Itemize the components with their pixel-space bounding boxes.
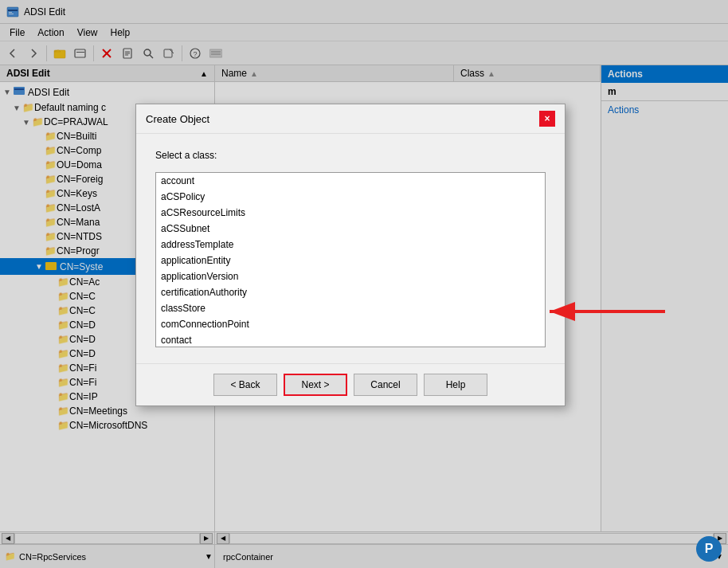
watermark: P xyxy=(696,536,722,562)
dialog-footer: < Back Next > Cancel Help xyxy=(136,363,565,405)
class-item-acsresourcelimits[interactable]: aCSResourceLimits xyxy=(156,205,545,221)
dialog-body: Select a class: account aCSPolicy aCSRes… xyxy=(136,134,565,363)
class-list[interactable]: account aCSPolicy aCSResourceLimits aCSS… xyxy=(155,172,546,347)
dialog-title-label: Create Object xyxy=(146,113,209,125)
class-item-contact[interactable]: contact xyxy=(156,332,545,347)
class-item-acspolicy[interactable]: aCSPolicy xyxy=(156,189,545,205)
dialog-instruction: Select a class: xyxy=(155,150,546,161)
class-list-container: account aCSPolicy aCSResourceLimits aCSS… xyxy=(155,172,546,347)
class-item-addresstemplate[interactable]: addressTemplate xyxy=(156,237,545,253)
watermark-letter: P xyxy=(705,542,714,556)
back-button-dialog[interactable]: < Back xyxy=(213,374,277,396)
cancel-button-dialog[interactable]: Cancel xyxy=(354,374,417,396)
class-item-applicationentity[interactable]: applicationEntity xyxy=(156,253,545,268)
class-item-certificationauthority[interactable]: certificationAuthority xyxy=(156,284,545,300)
red-arrow-annotation xyxy=(542,296,669,343)
class-item-applicationversion[interactable]: applicationVersion xyxy=(156,268,545,284)
help-button-dialog[interactable]: Help xyxy=(424,374,487,396)
class-item-acssubnet[interactable]: aCSSubnet xyxy=(156,221,545,237)
class-item-classstore[interactable]: classStore xyxy=(156,300,545,316)
dialog-close-button[interactable]: × xyxy=(539,111,555,127)
class-item-comconnectionpoint[interactable]: comConnectionPoint xyxy=(156,316,545,332)
next-button-dialog[interactable]: Next > xyxy=(284,374,347,396)
class-item-account[interactable]: account xyxy=(156,173,545,189)
create-object-dialog: Create Object × Select a class: account … xyxy=(135,104,566,406)
dialog-overlay: Create Object × Select a class: account … xyxy=(0,0,728,568)
dialog-title-bar: Create Object × xyxy=(136,104,565,134)
